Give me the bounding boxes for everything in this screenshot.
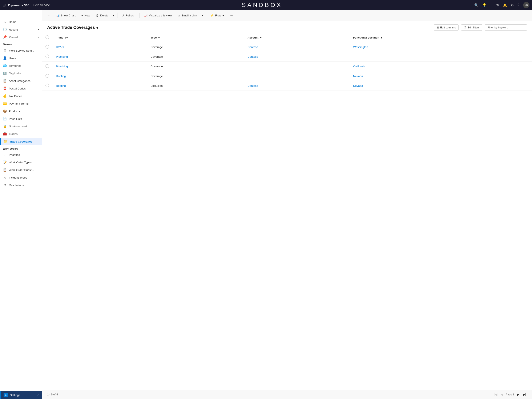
- app-layout: ☰ ⌂ Home 🕐 Recent ▾ 📌 Pinned ▾ General ⚙…: [0, 10, 532, 399]
- refresh-label: Refresh: [126, 14, 135, 17]
- sidebar-item-work-order-types[interactable]: 📝 Work Order Types: [0, 159, 42, 166]
- toolbar-separator-3: [206, 13, 206, 18]
- sidebar-item-postal-codes[interactable]: 📮 Postal Codes: [0, 85, 42, 92]
- account-link[interactable]: Contoso: [247, 84, 258, 87]
- hamburger-icon[interactable]: ☰: [2, 12, 6, 16]
- column-header-functional-location[interactable]: Functional Location ▾: [350, 33, 532, 42]
- more-icon: ⋯: [230, 14, 233, 17]
- column-header-trade[interactable]: Trade ↑▾: [53, 33, 147, 42]
- column-header-type[interactable]: Type ▾: [147, 33, 244, 42]
- sidebar-item-payment-terms[interactable]: 💳 Payment Terms: [0, 100, 42, 107]
- bell-icon[interactable]: 🔔: [503, 3, 507, 7]
- plus-icon[interactable]: +: [490, 3, 492, 7]
- sidebar-item-pinned[interactable]: 📌 Pinned ▾: [0, 33, 42, 41]
- chevron-left-icon: ◁: [37, 394, 39, 397]
- sidebar-item-users[interactable]: 👤 Users: [0, 54, 42, 62]
- account-link[interactable]: Contoso: [247, 45, 258, 49]
- sidebar-item-org-units[interactable]: 🏢 Org Units: [0, 70, 42, 77]
- email-label: Email a Link: [182, 14, 197, 17]
- avatar[interactable]: BD: [523, 2, 530, 8]
- column-header-account[interactable]: Account ▾: [244, 33, 350, 42]
- filter-keyword-input[interactable]: [485, 24, 527, 31]
- sidebar-item-recent[interactable]: 🕐 Recent ▾: [0, 26, 42, 33]
- back-button[interactable]: ←: [45, 13, 53, 18]
- sidebar-item-trades[interactable]: 🧰 Trades: [0, 130, 42, 138]
- trade-link[interactable]: Roofing: [56, 84, 66, 87]
- first-page-button[interactable]: |◀: [493, 392, 498, 397]
- row-select-circle[interactable]: [45, 45, 49, 49]
- chevron-down-icon: ▾: [38, 36, 39, 39]
- account-link[interactable]: Contoso: [247, 55, 258, 58]
- trade-link[interactable]: Plumbing: [56, 55, 68, 58]
- sidebar-item-label: Home: [9, 20, 16, 24]
- sidebar-settings-label: Settings: [10, 393, 20, 397]
- table-row: Roofing Exclusion Contoso Nevada: [42, 81, 532, 91]
- row-select-circle[interactable]: [45, 84, 49, 87]
- edit-columns-button[interactable]: ⊞ Edit columns: [434, 24, 459, 31]
- general-section-label: General: [0, 41, 42, 47]
- delete-chevron-button[interactable]: ▾: [112, 13, 115, 18]
- last-page-button[interactable]: ▶|: [522, 392, 527, 397]
- functional-location-cell: Nevada: [350, 71, 532, 81]
- refresh-button[interactable]: ↺ Refresh: [119, 13, 138, 19]
- flow-button[interactable]: ⚡ Flow ▾: [208, 13, 227, 19]
- row-select-cell: [42, 81, 53, 91]
- edit-filters-label: Edit filters: [468, 26, 480, 29]
- fl-link[interactable]: Washington: [353, 45, 368, 49]
- lightbulb-icon[interactable]: 💡: [482, 3, 487, 7]
- fl-link[interactable]: Nevada: [353, 75, 363, 78]
- gear-icon[interactable]: ⚙: [511, 3, 514, 7]
- sidebar-item-priorities[interactable]: ↓ Priorities: [0, 151, 42, 159]
- main-content: ← 📊 Show Chart + New 🗑 Delete ▾ ↺ Refres…: [42, 10, 532, 399]
- toolbar-separator-1: [117, 13, 117, 18]
- sidebar-item-products[interactable]: 📦 Products: [0, 107, 42, 115]
- fl-link[interactable]: Nevada: [353, 84, 363, 87]
- sidebar-item-work-order-subst[interactable]: 📋 Work Order Subst...: [0, 166, 42, 174]
- mail-icon: 📮: [3, 87, 7, 90]
- sidebar-item-asset-categories[interactable]: 📋 Asset Categories: [0, 77, 42, 85]
- sidebar-item-resolutions[interactable]: ⊙ Resolutions: [0, 181, 42, 189]
- type-cell: Coverage: [147, 42, 244, 52]
- help-icon[interactable]: ?: [518, 3, 519, 7]
- trade-link[interactable]: HVAC: [56, 45, 64, 49]
- more-button[interactable]: ⋯: [228, 13, 236, 19]
- trade-link[interactable]: Roofing: [56, 75, 66, 78]
- select-all-circle[interactable]: [45, 35, 49, 39]
- email-chevron-button[interactable]: ▾: [200, 13, 204, 18]
- sidebar-item-home[interactable]: ⌂ Home: [0, 18, 42, 26]
- new-button[interactable]: + New: [79, 13, 93, 18]
- grid-icon[interactable]: ⊞: [2, 3, 6, 7]
- account-cell: Contoso: [244, 42, 350, 52]
- new-label: New: [84, 14, 90, 17]
- row-select-circle[interactable]: [45, 55, 49, 58]
- flow-label: Flow: [215, 14, 221, 17]
- row-select-circle[interactable]: [45, 74, 49, 78]
- sidebar-item-label: Products: [9, 110, 20, 113]
- sort-icon: ↑▾: [65, 36, 68, 39]
- prev-page-button[interactable]: ◀: [500, 392, 504, 397]
- funnel-icon[interactable]: ⚗: [496, 3, 499, 7]
- fl-link[interactable]: California: [353, 65, 365, 68]
- sidebar-item-trade-coverages[interactable]: 📁 Trade Coverages: [0, 138, 42, 145]
- search-icon[interactable]: 🔍: [474, 3, 479, 7]
- next-page-button[interactable]: ▶: [516, 392, 520, 397]
- sidebar-item-field-service-settings[interactable]: ⚙ Field Service Setti...: [0, 47, 42, 54]
- email-link-button[interactable]: ✉ Email a Link: [175, 13, 200, 19]
- sidebar-item-not-to-exceed[interactable]: 🔒 Not-to-exceed: [0, 122, 42, 130]
- folder-icon: 📁: [4, 140, 7, 143]
- sort-icon: ▾: [158, 36, 160, 39]
- sidebar-item-price-lists[interactable]: 📄 Price Lists: [0, 115, 42, 122]
- visualize-button[interactable]: 📈 Visualize this view: [141, 13, 174, 19]
- row-select-circle[interactable]: [45, 64, 49, 68]
- view-header: Active Trade Coverages ▾ ⊞ Edit columns …: [42, 21, 532, 33]
- show-chart-button[interactable]: 📊 Show Chart: [53, 13, 78, 19]
- delete-button[interactable]: 🗑 Delete: [93, 13, 111, 18]
- sidebar-item-tax-codes[interactable]: 💰 Tax Codes: [0, 92, 42, 100]
- nav-brand: Dynamics 365 Field Service: [8, 3, 50, 7]
- type-cell: Exclusion: [147, 81, 244, 91]
- sidebar-item-incident-types[interactable]: △ Incident Types: [0, 174, 42, 181]
- trade-link[interactable]: Plumbing: [56, 65, 68, 68]
- sidebar-item-territories[interactable]: 🌐 Territories: [0, 62, 42, 70]
- sidebar-item-settings[interactable]: S Settings ◁: [0, 391, 42, 399]
- edit-filters-button[interactable]: ⚗ Edit filters: [461, 24, 482, 31]
